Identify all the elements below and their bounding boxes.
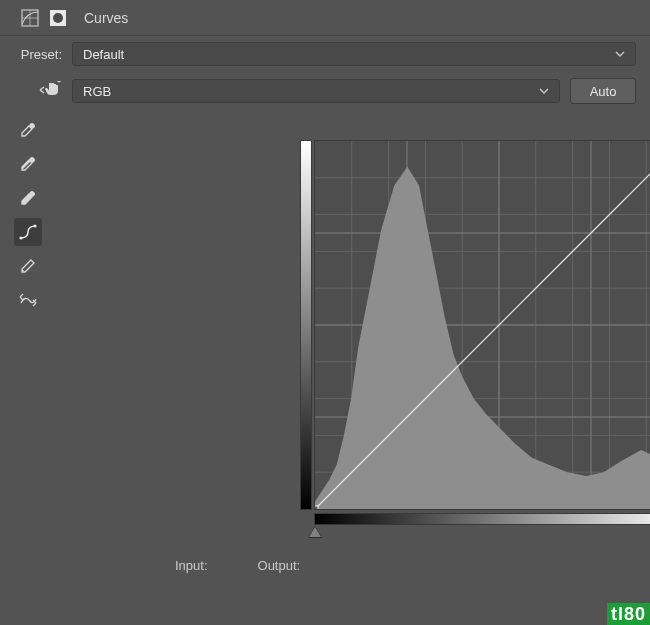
io-row: Input: Output: <box>175 558 455 573</box>
eyedropper-black-icon[interactable] <box>14 116 42 144</box>
curve-grid[interactable] <box>314 140 650 510</box>
black-point-slider[interactable] <box>308 526 322 538</box>
horizontal-gradient <box>314 513 650 525</box>
input-label: Input: <box>175 558 208 573</box>
smooth-curve-icon[interactable] <box>14 286 42 314</box>
preset-value: Default <box>83 47 124 62</box>
tool-column <box>12 116 44 314</box>
curve-point-black <box>315 506 318 509</box>
watermark: tl80 <box>607 603 650 625</box>
curve-edit-icon[interactable] <box>14 218 42 246</box>
panel-header: Curves <box>0 0 650 36</box>
preset-dropdown[interactable]: Default <box>72 42 636 66</box>
chevron-down-icon <box>539 86 549 96</box>
svg-point-4 <box>53 13 63 23</box>
eyedropper-gray-icon[interactable] <box>14 150 42 178</box>
preset-label: Preset: <box>14 47 62 62</box>
panel-title: Curves <box>84 10 128 26</box>
chevron-down-icon <box>615 49 625 59</box>
channel-value: RGB <box>83 84 111 99</box>
adjustment-preset-icon[interactable] <box>18 6 42 30</box>
curve-svg <box>315 141 650 509</box>
auto-label: Auto <box>590 84 617 99</box>
channel-row: RGB Auto <box>0 72 650 110</box>
svg-point-5 <box>19 236 22 239</box>
targeted-adjust-icon[interactable] <box>38 81 62 102</box>
svg-point-6 <box>33 224 36 227</box>
eyedropper-white-icon[interactable] <box>14 184 42 212</box>
preset-row: Preset: Default <box>0 36 650 72</box>
auto-button[interactable]: Auto <box>570 78 636 104</box>
pencil-icon[interactable] <box>14 252 42 280</box>
histogram-area <box>315 167 650 509</box>
channel-dropdown[interactable]: RGB <box>72 79 560 103</box>
mask-icon[interactable] <box>46 6 70 30</box>
vertical-gradient <box>300 140 312 510</box>
output-label: Output: <box>258 558 301 573</box>
